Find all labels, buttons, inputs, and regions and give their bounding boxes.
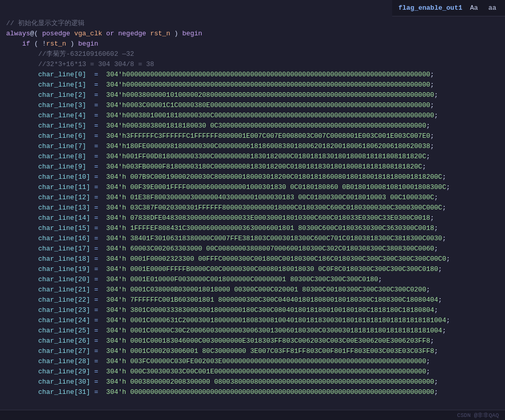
aa-lowercase-button[interactable]: aa xyxy=(486,3,499,13)
table-row: char_line[1] = 304'h00000000000000000000… xyxy=(0,80,505,90)
table-row: char_line[11] = 304'h 00F39E0001FFFF0000… xyxy=(0,182,505,193)
table-row: char_line[25] = 304'h 0001C00000C30C2000… xyxy=(0,326,505,336)
table-row: char_line[23] = 304'h 3801C0000333830003… xyxy=(0,305,505,316)
table-row: char_line[19] = 304'h 0001E0000FFFFFB000… xyxy=(0,264,505,275)
code-editor: // 初始化显示文字的逻辑 always@( posedge vga_clk o… xyxy=(0,16,505,410)
table-row: char_line[14] = 304'h 07838DFE0483083000… xyxy=(0,213,505,223)
table-row: char_line[31] = 304'h 000000000000000000… xyxy=(0,387,505,397)
table-row: char_line[16] = 304'h 38401F301063183800… xyxy=(0,234,505,244)
table-row: char_line[20] = 304'h 0001E010000F003000… xyxy=(0,275,505,285)
table-row: char_line[29] = 304'h 000C300300303C00C0… xyxy=(0,367,505,377)
table-row: char_line[27] = 304'h 0001C000203006001 … xyxy=(0,346,505,356)
table-row: char_line[4] = 304'h00038010001818000030… xyxy=(0,111,505,121)
code-line-comment1: // 初始化显示文字的逻辑 xyxy=(0,18,505,29)
code-line-always: always@( posedge vga_clk or negedge rst_… xyxy=(0,29,505,39)
table-row: char_line[18] = 304'h 0001F00002323300 0… xyxy=(0,254,505,264)
table-row: char_line[26] = 304'h 0001C000183046000C… xyxy=(0,336,505,346)
table-row: char_line[17] = 304'h 60003C002063303000… xyxy=(0,244,505,254)
table-row: char_line[13] = 304'h 03C387F0020300301F… xyxy=(0,203,505,213)
code-line-comment2: //李菊芳-632109160602 —32 xyxy=(0,49,505,59)
table-row: char_line[21] = 304'h 0001C038000B030001… xyxy=(0,285,505,295)
table-row: char_line[5] = 304'h00038038001818180030… xyxy=(0,121,505,131)
table-row: char_line[8] = 304'h001FF00D818000000330… xyxy=(0,152,505,162)
top-bar: flag_enable_out1 Aa aa xyxy=(392,0,505,16)
table-row: char_line[7] = 304'h180FE000009818000003… xyxy=(0,141,505,152)
table-row: char_line[2] = 304'h00038000001010000020… xyxy=(0,90,505,100)
table-row: char_line[24] = 304'h 0001C0000631C20003… xyxy=(0,316,505,326)
table-row: char_line[28] = 304'h 003FC00000C030FE00… xyxy=(0,356,505,367)
bottom-bar: CSDN @非非QAQ xyxy=(0,410,505,420)
filename-label: flag_enable_out1 xyxy=(398,4,462,12)
table-row: char_line[9] = 304'h003FB0000F8180000318… xyxy=(0,162,505,172)
table-row: char_line[10] = 304'h 007B9C000190002000… xyxy=(0,172,505,182)
table-row: char_line[12] = 304'h 01E38F800300000300… xyxy=(0,193,505,203)
code-line-comment3: //32*3+16*13 = 304 304/8 = 38 xyxy=(0,59,505,70)
table-row: char_line[15] = 304'h 1FFFFEF808431C3000… xyxy=(0,223,505,234)
aa-button[interactable]: Aa xyxy=(468,3,481,13)
watermark-text: CSDN @非非QAQ xyxy=(457,411,499,419)
table-row: char_line[3] = 304'h0003C00001C1C0000380… xyxy=(0,100,505,111)
table-row: char_line[22] = 304'h 7FFFFFFC001B603001… xyxy=(0,295,505,305)
table-row: char_line[6] = 304'h3FFFFFFC3FFFFFFC1FFF… xyxy=(0,131,505,141)
table-row: char_line[0] = 304'h00000000000000000000… xyxy=(0,70,505,80)
table-row: char_line[30] = 304'h 000380000020083000… xyxy=(0,377,505,387)
code-line-if: if ( !rst_n ) begin xyxy=(0,39,505,49)
